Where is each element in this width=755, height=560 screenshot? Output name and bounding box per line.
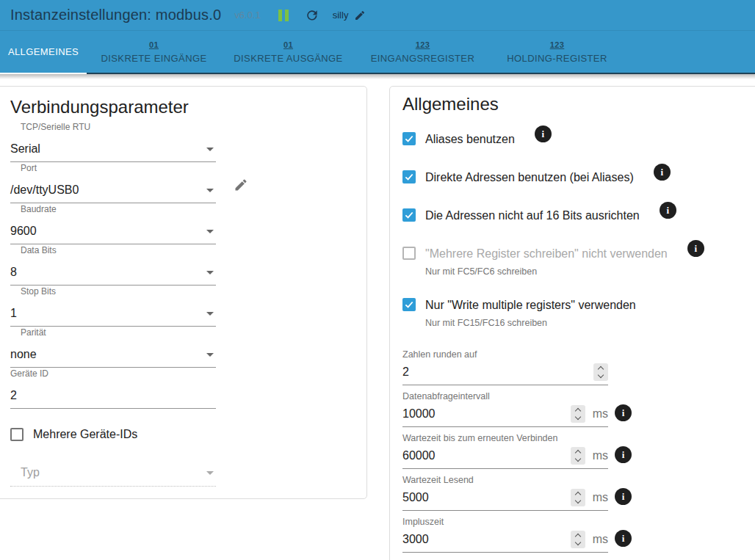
no-write-multiple-row: "Mehrere Register schreiben" nicht verwe…	[402, 247, 755, 277]
reconnect-time-input[interactable]: 60000 ms	[402, 447, 608, 469]
info-icon[interactable]: i	[654, 164, 671, 181]
parity-select[interactable]: none	[10, 346, 216, 368]
field-port: Port /dev/ttyUSB0	[10, 163, 216, 203]
number-stepper[interactable]	[571, 531, 585, 548]
page-title: Instanzeinstellungen: modbus.0	[10, 7, 221, 23]
only-write-multiple-row: Nur "Write multiple registers" verwenden…	[402, 298, 755, 328]
info-icon[interactable]: i	[660, 202, 676, 219]
multiple-device-ids-checkbox[interactable]	[10, 428, 24, 441]
device-id-input[interactable]: 2	[10, 388, 216, 409]
field-device-id: Geräte ID 2	[10, 368, 216, 409]
number-stepper[interactable]	[571, 447, 585, 465]
info-icon[interactable]: i	[615, 488, 632, 505]
binary-badge: 01	[149, 40, 159, 49]
use-aliases-checkbox[interactable]	[402, 132, 416, 145]
no-align-16bits-checkbox[interactable]	[402, 208, 416, 222]
info-icon[interactable]: i	[615, 530, 632, 547]
pulse-time-input[interactable]: 3000 ms	[402, 531, 608, 553]
type-select-disabled: Typ	[10, 466, 216, 487]
info-icon[interactable]: i	[535, 126, 552, 142]
app-bar: Instanzeinstellungen: modbus.0 v6.0.1 si…	[0, 0, 755, 31]
poll-interval-row: Datenabfrageintervall 10000 ms i	[402, 391, 755, 427]
round-numbers-input[interactable]: 2	[402, 363, 608, 385]
field-databits: Data Bits 8	[10, 245, 216, 286]
use-aliases-row: Aliases benutzen i	[402, 132, 755, 149]
baudrate-select[interactable]: 9600	[10, 223, 216, 244]
protocol-select[interactable]: Serial	[10, 141, 216, 162]
port-select[interactable]: /dev/ttyUSB0	[10, 182, 216, 203]
tab-eingangsregister[interactable]: 123 EINGANGSREGISTER	[355, 31, 490, 73]
number-stepper[interactable]	[571, 489, 585, 506]
info-icon[interactable]: i	[615, 446, 632, 463]
connection-title: Verbindungsparameter	[10, 97, 366, 117]
adapter-version: v6.0.1	[234, 10, 260, 21]
read-timeout-row: Wartezeit Lesend 5000 ms i	[402, 475, 755, 511]
field-stopbits: Stop Bits 1	[10, 286, 216, 327]
databits-select[interactable]: 8	[10, 264, 216, 286]
multiple-device-ids-checkbox-row[interactable]: Mehrere Geräte-IDs	[10, 428, 366, 441]
chevron-down-icon	[206, 189, 214, 192]
edit-loglevel-icon[interactable]	[354, 10, 366, 21]
edit-port-icon[interactable]	[234, 178, 248, 192]
general-card: Allgemeines Aliases benutzen i Direkte A…	[389, 86, 755, 560]
read-timeout-input[interactable]: 5000 ms	[402, 489, 608, 511]
field-baudrate: Baudrate 9600	[10, 204, 216, 244]
binary-badge: 01	[283, 40, 293, 49]
reconnect-time-row: Wartezeit bis zum erneuten Verbinden 600…	[402, 433, 755, 469]
no-write-multiple-checkbox[interactable]	[402, 247, 416, 260]
chevron-down-icon	[206, 148, 214, 151]
direct-addresses-checkbox[interactable]	[402, 170, 416, 183]
tab-diskrete-eingaenge[interactable]: 01 DISKRETE EINGÄNGE	[87, 31, 221, 73]
refresh-icon[interactable]	[305, 8, 319, 23]
round-numbers-row: Zahlen runden auf 2	[402, 349, 755, 385]
pause-icon[interactable]	[278, 10, 289, 21]
stopbits-select[interactable]: 1	[10, 305, 216, 327]
log-level-label: silly	[333, 10, 349, 21]
tab-holding-register[interactable]: 123 HOLDING-REGISTER	[490, 31, 624, 73]
direct-addresses-row: Direkte Adressen benutzen (bei Aliases) …	[402, 170, 755, 187]
chevron-down-icon	[206, 471, 214, 475]
chevron-down-icon	[206, 230, 214, 233]
tab-allgemeines[interactable]: ALLGEMEINES	[0, 31, 87, 73]
numeric-badge: 123	[416, 40, 430, 49]
general-title: Allgemeines	[402, 94, 755, 114]
connection-card: Verbindungsparameter TCP/Serielle RTU Se…	[0, 86, 367, 499]
field-parity: Parität none	[10, 327, 216, 368]
pulse-time-row: Impluszeit 3000 ms i	[402, 517, 755, 553]
chevron-down-icon	[206, 312, 214, 316]
chevron-down-icon	[206, 271, 214, 274]
number-stepper[interactable]	[593, 363, 608, 381]
chevron-down-icon	[206, 353, 214, 357]
numeric-badge: 123	[550, 40, 565, 49]
tab-bar: ALLGEMEINES 01 DISKRETE EINGÄNGE 01 DISK…	[0, 31, 755, 74]
field-protocol: TCP/Serielle RTU Serial	[10, 122, 216, 162]
info-icon[interactable]: i	[687, 240, 704, 257]
tabbar-shadow	[0, 74, 755, 79]
poll-interval-input[interactable]: 10000 ms	[402, 405, 608, 427]
number-stepper[interactable]	[571, 405, 585, 423]
no-align-16bits-row: Die Adressen nicht auf 16 Bits ausrichte…	[402, 208, 755, 225]
only-write-multiple-checkbox[interactable]	[402, 298, 416, 311]
tab-diskrete-ausgaenge[interactable]: 01 DISKRETE AUSGÄNGE	[221, 31, 355, 73]
info-icon[interactable]: i	[615, 404, 632, 421]
